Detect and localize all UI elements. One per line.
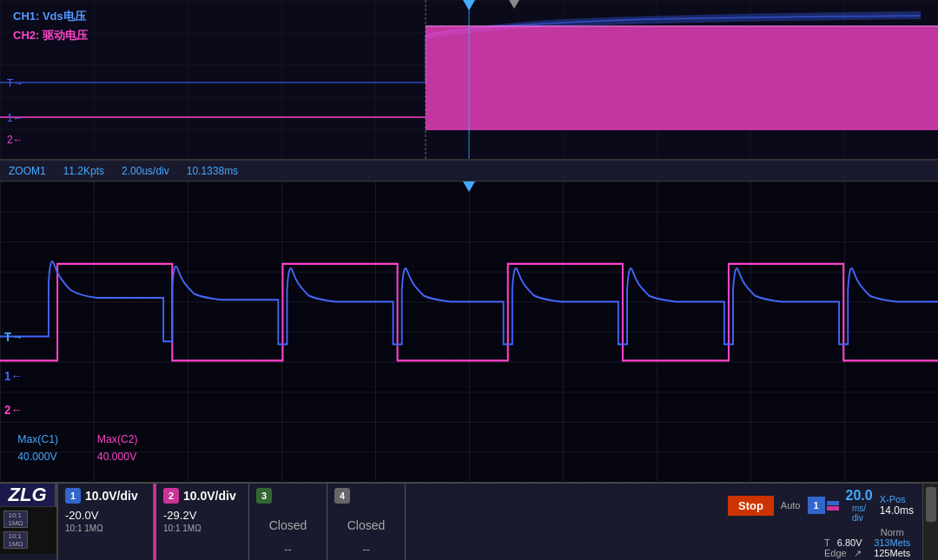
norm-label: Norm (881, 527, 904, 537)
control-panel: ZLG 10:11MΩ 10:11MΩ 1 10.0V/div -20.0V 1… (0, 482, 938, 560)
norm-display: Norm 313Mets 125Mets 400MSa/s (870, 527, 914, 560)
zoom-waveform-svg: T→ 1← 2← Max(C1) Max(C2) 40.000V 40.000V (0, 181, 938, 482)
ch1-volt-div: 10.0V/div (85, 489, 138, 503)
svg-text:Max(C1): Max(C1) (17, 432, 58, 446)
status-bar: ZOOM1 11.2Kpts 2.00us/div 10.1338ms (0, 161, 938, 181)
channel-labels: CH1: Vds电压 CH2: 驱动电压 (13, 9, 88, 47)
icon-btn-1[interactable]: 10:11MΩ (3, 511, 28, 528)
right-scrollbar[interactable] (922, 484, 938, 560)
overview-waveform-svg: T→ 1← 2← (0, 0, 938, 161)
time-value: 20.0 (846, 488, 873, 504)
svg-text:T→: T→ (4, 330, 23, 345)
ch2-badge: 2 (163, 488, 179, 504)
ch1-offset: -20.0V (65, 509, 146, 522)
trig-edge-symbol: ↗ (854, 548, 862, 559)
ch2-control[interactable]: 2 10.0V/div -29.2V 10:1 1MΩ (154, 484, 249, 560)
ch1-label: CH1: Vds电压 (13, 9, 88, 24)
svg-text:40.000V: 40.000V (17, 450, 57, 464)
oscilloscope-main: T→ 1← 2← CH1: Vds电压 CH2: 驱动电压 ZOOM1 11.2… (0, 0, 938, 482)
ch2-offset: -29.2V (163, 509, 241, 522)
svg-text:Max(C2): Max(C2) (97, 432, 138, 446)
brand-text: ZLG (9, 484, 47, 506)
ch-indicator: 1 (808, 497, 839, 514)
svg-text:2←: 2← (7, 134, 23, 146)
zoom-label: ZOOM1 (9, 165, 46, 177)
ch1-control[interactable]: 1 10.0V/div -20.0V 10:1 1MΩ (58, 484, 154, 560)
auto-label: Auto (781, 500, 801, 511)
trig-edge-label: Edge (824, 548, 847, 558)
xpos-value: 14.0ms (880, 504, 914, 517)
trigger-arrow-zoom (463, 181, 475, 192)
ch4-badge: 4 (334, 488, 350, 504)
svg-rect-9 (0, 181, 938, 482)
trig-t-value: 6.80V (837, 537, 862, 548)
ch1-badge: 1 (65, 488, 81, 504)
trigger-info: T 6.80V Edge ↗ (824, 537, 862, 559)
ch2-volt-div: 10.0V/div (183, 489, 236, 503)
ch3-dash: -- (256, 543, 320, 556)
svg-text:2←: 2← (4, 402, 23, 417)
trigger-arrow-top2 (509, 0, 519, 9)
svg-rect-1 (426, 26, 938, 130)
zoom-panel: T→ 1← 2← Max(C1) Max(C2) 40.000V 40.000V (0, 181, 938, 482)
trigger-arrow-top (463, 0, 475, 10)
ch2-sub-info: 10:1 1MΩ (163, 524, 241, 533)
xpos-display: X-Pos 14.0ms (880, 494, 914, 517)
sample2: 125Mets (874, 548, 910, 558)
right-controls: Stop Auto 1 20.0 ms/div X-Pos 14.0ms (719, 484, 922, 560)
ch1-sub-info: 10:1 1MΩ (65, 524, 146, 533)
overview-panel: T→ 1← 2← CH1: Vds电压 CH2: 驱动电压 (0, 0, 938, 161)
ch4-status: Closed (334, 507, 398, 543)
svg-text:T→: T→ (7, 77, 23, 89)
svg-text:1←: 1← (4, 368, 23, 383)
zlg-logo: ZLG (0, 484, 56, 506)
scrollbar-thumb[interactable] (926, 487, 936, 522)
sample1: 313Mets (874, 537, 910, 548)
svg-text:40.000V: 40.000V (97, 450, 137, 464)
trig-t-label: T (824, 537, 830, 548)
ch3-status: Closed (256, 507, 320, 543)
time-offset-label: 10.1338ms (187, 165, 238, 177)
time-div-label: 2.00us/div (122, 165, 169, 177)
time-unit: ms/div (852, 504, 866, 523)
svg-text:1←: 1← (7, 112, 23, 124)
time-display: 20.0 ms/div (846, 488, 873, 523)
ch4-dash: -- (334, 543, 398, 556)
ch3-control[interactable]: 3 Closed -- (249, 484, 327, 560)
ch4-control[interactable]: 4 Closed -- (327, 484, 406, 560)
pts-label: 11.2Kpts (63, 165, 104, 177)
ch2-label: CH2: 驱动电压 (13, 28, 88, 43)
xpos-label: X-Pos (880, 494, 906, 504)
icon-btn-2[interactable]: 10:11MΩ (3, 531, 28, 549)
ch1-box: 1 (808, 497, 825, 514)
stop-button[interactable]: Stop (728, 496, 774, 516)
ch3-badge: 3 (256, 488, 272, 504)
